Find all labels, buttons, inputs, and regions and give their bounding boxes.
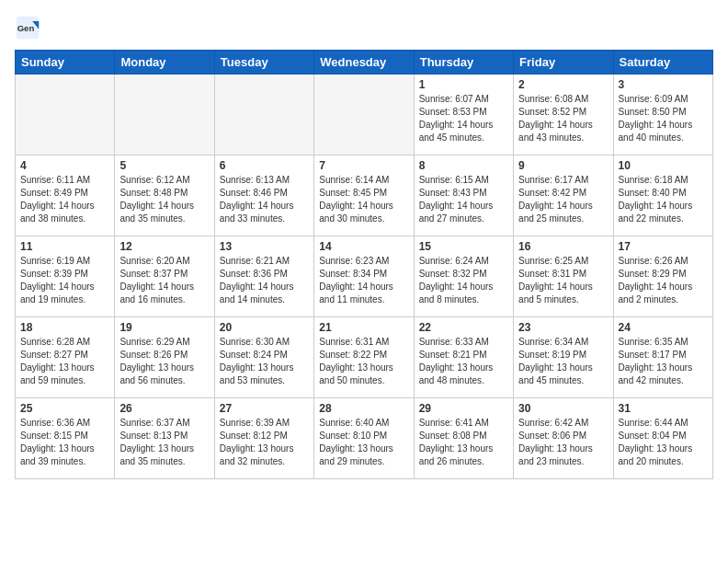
day-info: Sunrise: 6:41 AM Sunset: 8:08 PM Dayligh… <box>419 417 508 468</box>
day-info: Sunrise: 6:09 AM Sunset: 8:50 PM Dayligh… <box>619 93 708 144</box>
day-number: 22 <box>419 321 508 334</box>
calendar-cell-13: 13Sunrise: 6:21 AM Sunset: 8:36 PM Dayli… <box>214 236 313 317</box>
calendar-cell-12: 12Sunrise: 6:20 AM Sunset: 8:37 PM Dayli… <box>115 236 214 317</box>
day-number: 14 <box>319 240 408 253</box>
calendar-cell-26: 26Sunrise: 6:37 AM Sunset: 8:13 PM Dayli… <box>115 398 214 479</box>
day-info: Sunrise: 6:35 AM Sunset: 8:17 PM Dayligh… <box>619 336 708 387</box>
calendar-cell-22: 22Sunrise: 6:33 AM Sunset: 8:21 PM Dayli… <box>414 317 513 398</box>
weekday-header-monday: Monday <box>115 51 214 75</box>
day-info: Sunrise: 6:33 AM Sunset: 8:21 PM Dayligh… <box>419 336 508 387</box>
calendar-cell-30: 30Sunrise: 6:42 AM Sunset: 8:06 PM Dayli… <box>514 398 613 479</box>
calendar-cell-21: 21Sunrise: 6:31 AM Sunset: 8:22 PM Dayli… <box>314 317 414 398</box>
calendar-cell-5: 5Sunrise: 6:12 AM Sunset: 8:48 PM Daylig… <box>115 155 214 236</box>
day-number: 1 <box>419 78 508 91</box>
calendar-week-5: 25Sunrise: 6:36 AM Sunset: 8:15 PM Dayli… <box>16 398 713 479</box>
day-info: Sunrise: 6:17 AM Sunset: 8:42 PM Dayligh… <box>518 174 608 225</box>
day-info: Sunrise: 6:24 AM Sunset: 8:32 PM Dayligh… <box>419 255 508 306</box>
day-info: Sunrise: 6:40 AM Sunset: 8:10 PM Dayligh… <box>319 417 408 468</box>
calendar-cell-empty <box>314 75 414 155</box>
calendar-cell-16: 16Sunrise: 6:25 AM Sunset: 8:31 PM Dayli… <box>514 236 613 317</box>
day-info: Sunrise: 6:39 AM Sunset: 8:12 PM Dayligh… <box>220 417 309 468</box>
calendar-cell-23: 23Sunrise: 6:34 AM Sunset: 8:19 PM Dayli… <box>514 317 613 398</box>
day-info: Sunrise: 6:26 AM Sunset: 8:29 PM Dayligh… <box>619 255 708 306</box>
weekday-header-wednesday: Wednesday <box>314 51 414 75</box>
day-number: 16 <box>518 240 608 253</box>
day-info: Sunrise: 6:28 AM Sunset: 8:27 PM Dayligh… <box>20 336 109 387</box>
day-info: Sunrise: 6:07 AM Sunset: 8:53 PM Dayligh… <box>419 93 508 144</box>
weekday-header-row: SundayMondayTuesdayWednesdayThursdayFrid… <box>16 51 713 75</box>
calendar-cell-15: 15Sunrise: 6:24 AM Sunset: 8:32 PM Dayli… <box>414 236 513 317</box>
weekday-header-saturday: Saturday <box>613 51 712 75</box>
calendar-cell-27: 27Sunrise: 6:39 AM Sunset: 8:12 PM Dayli… <box>214 398 313 479</box>
day-info: Sunrise: 6:34 AM Sunset: 8:19 PM Dayligh… <box>518 336 608 387</box>
calendar-cell-1: 1Sunrise: 6:07 AM Sunset: 8:53 PM Daylig… <box>414 75 513 155</box>
day-info: Sunrise: 6:13 AM Sunset: 8:46 PM Dayligh… <box>220 174 309 225</box>
calendar-cell-empty <box>16 75 115 155</box>
calendar-cell-empty <box>115 75 214 155</box>
day-number: 17 <box>619 240 708 253</box>
calendar-week-2: 4Sunrise: 6:11 AM Sunset: 8:49 PM Daylig… <box>16 155 713 236</box>
logo: Gen <box>15 15 44 40</box>
day-info: Sunrise: 6:23 AM Sunset: 8:34 PM Dayligh… <box>319 255 408 306</box>
day-number: 15 <box>419 240 508 253</box>
day-number: 11 <box>20 240 109 253</box>
weekday-header-friday: Friday <box>514 51 613 75</box>
day-number: 3 <box>619 78 708 91</box>
day-number: 25 <box>20 402 109 415</box>
calendar-cell-8: 8Sunrise: 6:15 AM Sunset: 8:43 PM Daylig… <box>414 155 513 236</box>
day-number: 31 <box>619 402 708 415</box>
day-info: Sunrise: 6:12 AM Sunset: 8:48 PM Dayligh… <box>119 174 209 225</box>
day-number: 5 <box>119 159 209 172</box>
day-number: 2 <box>518 78 608 91</box>
day-number: 18 <box>20 321 109 334</box>
day-number: 24 <box>619 321 708 334</box>
calendar-cell-14: 14Sunrise: 6:23 AM Sunset: 8:34 PM Dayli… <box>314 236 414 317</box>
day-number: 8 <box>419 159 508 172</box>
day-info: Sunrise: 6:18 AM Sunset: 8:40 PM Dayligh… <box>619 174 708 225</box>
day-info: Sunrise: 6:15 AM Sunset: 8:43 PM Dayligh… <box>419 174 508 225</box>
day-info: Sunrise: 6:30 AM Sunset: 8:24 PM Dayligh… <box>220 336 309 387</box>
day-number: 29 <box>419 402 508 415</box>
day-info: Sunrise: 6:36 AM Sunset: 8:15 PM Dayligh… <box>20 417 109 468</box>
calendar-table: SundayMondayTuesdayWednesdayThursdayFrid… <box>15 50 713 479</box>
calendar-week-4: 18Sunrise: 6:28 AM Sunset: 8:27 PM Dayli… <box>16 317 713 398</box>
day-info: Sunrise: 6:44 AM Sunset: 8:04 PM Dayligh… <box>619 417 708 468</box>
day-info: Sunrise: 6:31 AM Sunset: 8:22 PM Dayligh… <box>319 336 408 387</box>
day-number: 21 <box>319 321 408 334</box>
day-info: Sunrise: 6:20 AM Sunset: 8:37 PM Dayligh… <box>119 255 209 306</box>
page: Gen SundayMondayTuesdayWednesdayThursday… <box>0 0 728 490</box>
day-number: 4 <box>20 159 109 172</box>
day-number: 26 <box>119 402 209 415</box>
calendar-cell-28: 28Sunrise: 6:40 AM Sunset: 8:10 PM Dayli… <box>314 398 414 479</box>
day-info: Sunrise: 6:14 AM Sunset: 8:45 PM Dayligh… <box>319 174 408 225</box>
day-info: Sunrise: 6:21 AM Sunset: 8:36 PM Dayligh… <box>220 255 309 306</box>
header: Gen <box>15 15 713 40</box>
day-info: Sunrise: 6:19 AM Sunset: 8:39 PM Dayligh… <box>20 255 109 306</box>
calendar-cell-17: 17Sunrise: 6:26 AM Sunset: 8:29 PM Dayli… <box>613 236 712 317</box>
day-info: Sunrise: 6:29 AM Sunset: 8:26 PM Dayligh… <box>119 336 209 387</box>
calendar-cell-18: 18Sunrise: 6:28 AM Sunset: 8:27 PM Dayli… <box>16 317 115 398</box>
svg-text:Gen: Gen <box>17 23 35 33</box>
day-info: Sunrise: 6:08 AM Sunset: 8:52 PM Dayligh… <box>518 93 608 144</box>
day-info: Sunrise: 6:42 AM Sunset: 8:06 PM Dayligh… <box>518 417 608 468</box>
weekday-header-tuesday: Tuesday <box>214 51 313 75</box>
day-number: 13 <box>220 240 309 253</box>
calendar-cell-19: 19Sunrise: 6:29 AM Sunset: 8:26 PM Dayli… <box>115 317 214 398</box>
day-info: Sunrise: 6:25 AM Sunset: 8:31 PM Dayligh… <box>518 255 608 306</box>
day-number: 9 <box>518 159 608 172</box>
calendar-cell-20: 20Sunrise: 6:30 AM Sunset: 8:24 PM Dayli… <box>214 317 313 398</box>
day-number: 27 <box>220 402 309 415</box>
generalblue-logo-icon: Gen <box>15 15 40 40</box>
calendar-cell-6: 6Sunrise: 6:13 AM Sunset: 8:46 PM Daylig… <box>214 155 313 236</box>
calendar-cell-11: 11Sunrise: 6:19 AM Sunset: 8:39 PM Dayli… <box>16 236 115 317</box>
calendar-cell-29: 29Sunrise: 6:41 AM Sunset: 8:08 PM Dayli… <box>414 398 513 479</box>
calendar-cell-9: 9Sunrise: 6:17 AM Sunset: 8:42 PM Daylig… <box>514 155 613 236</box>
day-number: 20 <box>220 321 309 334</box>
weekday-header-sunday: Sunday <box>16 51 115 75</box>
day-info: Sunrise: 6:37 AM Sunset: 8:13 PM Dayligh… <box>119 417 209 468</box>
calendar-week-3: 11Sunrise: 6:19 AM Sunset: 8:39 PM Dayli… <box>16 236 713 317</box>
day-number: 7 <box>319 159 408 172</box>
calendar-week-1: 1Sunrise: 6:07 AM Sunset: 8:53 PM Daylig… <box>16 75 713 155</box>
calendar-cell-2: 2Sunrise: 6:08 AM Sunset: 8:52 PM Daylig… <box>514 75 613 155</box>
calendar-cell-25: 25Sunrise: 6:36 AM Sunset: 8:15 PM Dayli… <box>16 398 115 479</box>
